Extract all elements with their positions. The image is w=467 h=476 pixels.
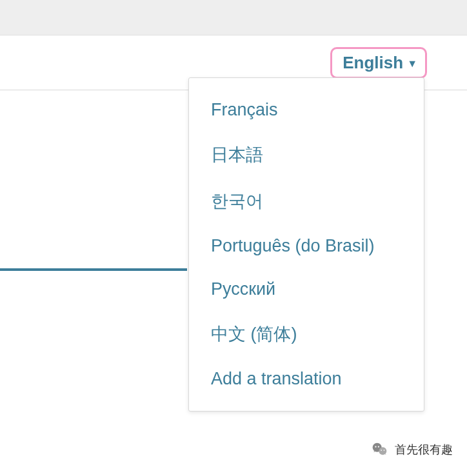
chevron-down-icon: ▼ bbox=[407, 58, 417, 70]
svg-point-3 bbox=[378, 446, 379, 448]
top-bar bbox=[0, 0, 467, 35]
add-translation-option[interactable]: Add a translation bbox=[189, 357, 424, 401]
wechat-icon bbox=[372, 441, 388, 458]
tab-underline bbox=[0, 268, 187, 271]
language-option-chinese-simplified[interactable]: 中文 (简体) bbox=[189, 311, 424, 357]
language-selector-button[interactable]: English ▼ bbox=[330, 47, 427, 79]
language-option-portuguese[interactable]: Português (do Brasil) bbox=[189, 224, 424, 268]
language-option-francais[interactable]: Français bbox=[189, 88, 424, 132]
svg-point-4 bbox=[381, 450, 382, 451]
language-option-russian[interactable]: Русский bbox=[189, 268, 424, 311]
svg-point-2 bbox=[375, 446, 376, 448]
svg-point-1 bbox=[379, 447, 386, 455]
footer-attribution: 首先很有趣 bbox=[372, 441, 453, 458]
language-option-japanese[interactable]: 日本語 bbox=[189, 132, 424, 178]
attribution-text: 首先很有趣 bbox=[395, 442, 453, 457]
language-option-korean[interactable]: 한국어 bbox=[189, 178, 424, 224]
language-dropdown-menu: Français 日本語 한국어 Português (do Brasil) Р… bbox=[188, 77, 424, 412]
language-selector-label: English bbox=[343, 53, 403, 73]
svg-point-5 bbox=[384, 450, 385, 451]
